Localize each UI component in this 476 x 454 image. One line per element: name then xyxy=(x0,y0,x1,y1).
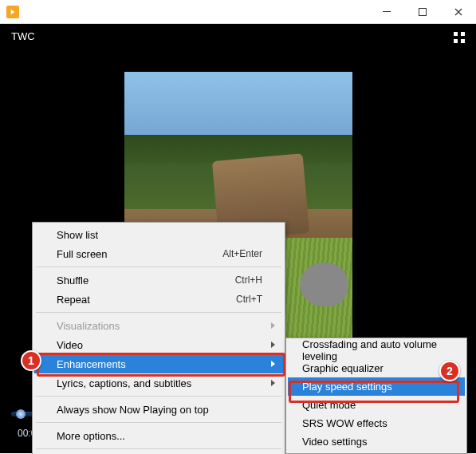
submenu-play-speed[interactable]: Play speed settings xyxy=(288,377,465,396)
chevron-right-icon xyxy=(271,341,275,348)
submenu-srs-wow[interactable]: SRS WOW effects xyxy=(288,414,465,432)
menu-always-on-top[interactable]: Always show Now Playing on top xyxy=(34,400,283,419)
annotation-badge-1: 1 xyxy=(21,350,41,371)
menu-shuffle[interactable]: ShuffleCtrl+H xyxy=(34,270,283,290)
separator xyxy=(36,396,281,397)
menu-show-list[interactable]: Show list xyxy=(34,225,283,244)
menu-enhancements[interactable]: Enhancements xyxy=(34,354,283,373)
svg-rect-5 xyxy=(461,39,465,43)
menu-lyrics[interactable]: Lyrics, captions, and subtitles xyxy=(34,373,283,393)
annotation-badge-2: 2 xyxy=(439,361,460,381)
chevron-right-icon xyxy=(271,361,275,367)
enhancements-submenu: Crossfading and auto volume leveling Gra… xyxy=(285,338,467,454)
menu-video[interactable]: Video xyxy=(34,335,283,354)
submenu-crossfading[interactable]: Crossfading and auto volume leveling xyxy=(288,341,465,359)
svg-rect-2 xyxy=(454,32,458,36)
menu-repeat[interactable]: RepeatCtrl+T xyxy=(34,290,283,309)
video-title: TWC xyxy=(11,30,35,42)
menu-full-screen[interactable]: Full screenAlt+Enter xyxy=(34,244,283,263)
menu-more-options[interactable]: More options... xyxy=(34,426,283,445)
popout-icon[interactable] xyxy=(454,32,465,45)
chevron-right-icon xyxy=(271,380,275,386)
separator xyxy=(36,266,281,267)
context-menu: Show list Full screenAlt+Enter ShuffleCt… xyxy=(32,222,285,454)
chevron-right-icon xyxy=(271,322,275,329)
seek-handle[interactable] xyxy=(16,409,26,419)
maximize-button[interactable] xyxy=(404,0,440,24)
close-button[interactable] xyxy=(440,0,476,24)
submenu-quiet-mode[interactable]: Quiet mode xyxy=(288,396,465,414)
titlebar xyxy=(0,0,476,24)
submenu-graphic-equalizer[interactable]: Graphic equalizer xyxy=(288,359,465,377)
menu-visualizations: Visualizations xyxy=(34,316,283,335)
submenu-video-settings[interactable]: Video settings xyxy=(288,432,465,451)
app-icon xyxy=(6,6,19,18)
separator xyxy=(36,312,281,313)
svg-rect-3 xyxy=(461,32,465,36)
minimize-button[interactable] xyxy=(368,0,404,24)
svg-rect-4 xyxy=(454,39,458,43)
separator xyxy=(36,422,281,423)
separator xyxy=(36,448,281,449)
svg-rect-0 xyxy=(383,11,391,12)
player-area: TWC 00:08 Show list Full screenAlt+Enter… xyxy=(0,24,476,453)
svg-rect-1 xyxy=(419,8,426,15)
